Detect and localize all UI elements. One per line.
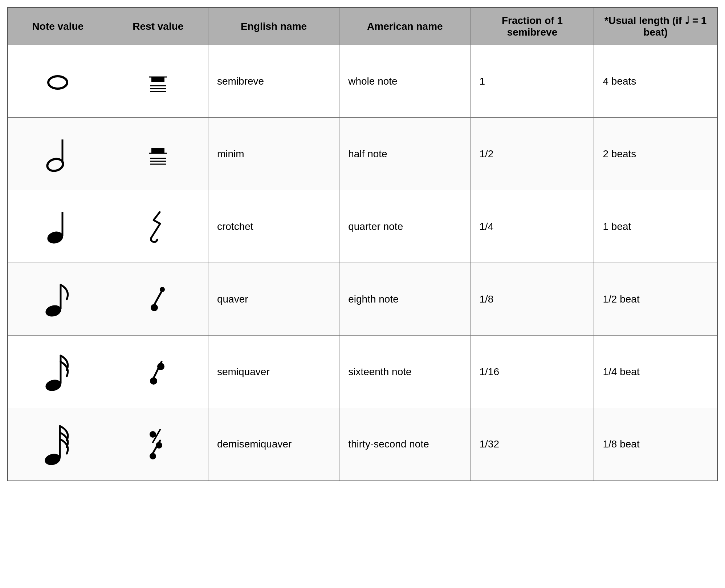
fraction-whole: 1 xyxy=(471,45,594,118)
length-whole: 4 beats xyxy=(594,45,717,118)
note-symbol-sixteenth xyxy=(8,336,108,408)
header-row: Note value Rest value English name Ameri… xyxy=(8,8,717,45)
american-name-sixteenth: sixteenth note xyxy=(339,336,471,408)
svg-point-19 xyxy=(160,287,165,292)
length-half: 2 beats xyxy=(594,118,717,190)
american-name-quarter: quarter note xyxy=(339,190,471,263)
svg-rect-2 xyxy=(151,77,164,82)
half-note-icon xyxy=(45,134,70,174)
note-symbol-eighth xyxy=(8,263,108,336)
table-row: semibreve whole note 1 4 beats xyxy=(8,45,717,118)
header-rest-value: Rest value xyxy=(108,8,208,45)
header-english-name: English name xyxy=(208,8,339,45)
svg-rect-8 xyxy=(151,148,164,153)
english-name-semiquaver: semiquaver xyxy=(208,336,339,408)
english-name-crotchet: crotchet xyxy=(208,190,339,263)
fraction-quarter: 1/4 xyxy=(471,190,594,263)
quarter-note-icon xyxy=(45,207,70,247)
table-row: minim half note 1/2 2 beats xyxy=(8,118,717,190)
table-row: demisemiquaver thirty-second note 1/32 1… xyxy=(8,408,717,481)
rest-symbol-eighth xyxy=(108,263,208,336)
whole-note-icon xyxy=(45,72,70,90)
eighth-rest-icon xyxy=(147,283,169,316)
rest-symbol-sixteenth xyxy=(108,336,208,408)
fraction-sixteenth: 1/16 xyxy=(471,336,594,408)
svg-point-0 xyxy=(48,76,67,89)
rest-symbol-thirtysecond xyxy=(108,408,208,481)
header-length: *Usual length (if ♩ = 1 beat) xyxy=(594,8,717,45)
english-name-demisemiquaver: demisemiquaver xyxy=(208,408,339,481)
note-values-table: Note value Rest value English name Ameri… xyxy=(7,7,718,481)
whole-rest-icon xyxy=(143,67,172,96)
table-row: semiquaver sixteenth note 1/16 1/4 beat xyxy=(8,336,717,408)
thirtysecond-rest-icon xyxy=(146,424,170,464)
length-eighth: 1/2 beat xyxy=(594,263,717,336)
sixteenth-note-icon xyxy=(43,350,72,394)
american-name-whole: whole note xyxy=(339,45,471,118)
svg-point-29 xyxy=(150,431,156,438)
quarter-rest-icon xyxy=(143,208,172,245)
half-rest-icon xyxy=(143,139,172,169)
american-name-half: half note xyxy=(339,118,471,190)
length-thirtysecond: 1/8 beat xyxy=(594,408,717,481)
rest-symbol-quarter xyxy=(108,190,208,263)
note-symbol-whole xyxy=(8,45,108,118)
eighth-note-icon xyxy=(43,279,72,319)
note-symbol-quarter xyxy=(8,190,108,263)
header-note-value: Note value xyxy=(8,8,108,45)
length-quarter: 1 beat xyxy=(594,190,717,263)
sixteenth-rest-icon xyxy=(147,354,169,390)
main-container: Note value Rest value English name Ameri… xyxy=(7,7,718,481)
table-row: crotchet quarter note 1/4 1 beat xyxy=(8,190,717,263)
rest-symbol-half xyxy=(108,118,208,190)
svg-line-18 xyxy=(154,290,162,305)
english-name-minim: minim xyxy=(208,118,339,190)
thirtysecond-note-icon xyxy=(42,421,73,468)
table-row: quaver eighth note 1/8 1/2 beat xyxy=(8,263,717,336)
length-sixteenth: 1/4 beat xyxy=(594,336,717,408)
fraction-thirtysecond: 1/32 xyxy=(471,408,594,481)
header-fraction: Fraction of 1 semibreve xyxy=(471,8,594,45)
american-name-thirtysecond: thirty-second note xyxy=(339,408,471,481)
english-name-semibreve: semibreve xyxy=(208,45,339,118)
note-symbol-half xyxy=(8,118,108,190)
rest-symbol-whole xyxy=(108,45,208,118)
english-name-quaver: quaver xyxy=(208,263,339,336)
note-symbol-thirtysecond xyxy=(8,408,108,481)
header-american-name: American name xyxy=(339,8,471,45)
fraction-half: 1/2 xyxy=(471,118,594,190)
american-name-eighth: eighth note xyxy=(339,263,471,336)
fraction-eighth: 1/8 xyxy=(471,263,594,336)
